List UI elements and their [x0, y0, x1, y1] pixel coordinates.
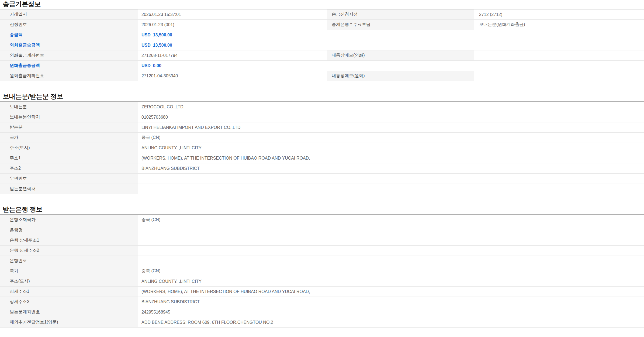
field-value: BIANZHUANG SUBDISTRICT	[138, 297, 644, 307]
table-row: 상세주소2BIANZHUANG SUBDISTRICT	[0, 297, 644, 307]
field-value: USD 13,500.00	[138, 30, 644, 40]
section-receiving-bank-info: 받는은행 정보 은행소재국가중국 (CN)은행명은행 상세주소1은행 상세주소2…	[0, 206, 644, 328]
field-label: 받는분	[0, 122, 138, 133]
table-row: 은행 상세주소1	[0, 235, 644, 246]
field-label: 받는분계좌번호	[0, 307, 138, 317]
field-label: 원화출금송금액	[0, 61, 138, 71]
field-value: (WORKERS, HOME), AT THE INTERSECTION OF …	[138, 287, 644, 297]
field-label: 주소(도시)	[0, 276, 138, 287]
field-value: (WORKERS, HOME), AT THE INTERSECTION OF …	[138, 153, 644, 163]
table-row: 보내는분연락처01025703680	[0, 112, 644, 122]
field-label: 은행 상세주소1	[0, 235, 138, 246]
field-label: 주소1	[0, 153, 138, 163]
field-label: 외화출금계좌번호	[0, 50, 138, 61]
field-value: 보내는분(원화계좌출금)	[474, 20, 644, 30]
table-row: 국가중국 (CN)	[0, 266, 644, 276]
table-row: 외화출금송금액USD 13,500.00	[0, 40, 644, 50]
table-row: 신청번호2026.01.23 (001)중계은행수수료부담보내는분(원화계좌출금…	[0, 20, 644, 30]
sender-recipient-rows: 보내는분ZEROCOOL CO.,LTD.보내는분연락처01025703680받…	[0, 102, 644, 194]
field-value	[474, 50, 644, 61]
field-label: 송금액	[0, 30, 138, 40]
table-row: 주소1(WORKERS, HOME), AT THE INTERSECTION …	[0, 153, 644, 163]
field-value	[138, 256, 644, 266]
field-value	[138, 246, 644, 256]
field-label: 외화출금송금액	[0, 40, 138, 50]
table-row: 송금액USD 13,500.00	[0, 30, 644, 40]
table-row: 원화출금계좌번호271201-04-305940내통장메모(원화)	[0, 71, 644, 81]
field-value: ZEROCOOL CO.,LTD.	[138, 102, 644, 112]
receiving-bank-table: 은행소재국가중국 (CN)은행명은행 상세주소1은행 상세주소2은행번호국가중국…	[0, 214, 644, 328]
table-row: 상세주소1(WORKERS, HOME), AT THE INTERSECTIO…	[0, 287, 644, 297]
field-value	[474, 71, 644, 81]
section-title-receiving-bank: 받는은행 정보	[3, 206, 644, 213]
field-label: 중계은행수수료부담	[327, 20, 474, 30]
field-label: 송금신청지점	[327, 9, 474, 20]
table-row: 받는분계좌번호242955168945	[0, 307, 644, 317]
sender-recipient-table: 보내는분ZEROCOOL CO.,LTD.보내는분연락처01025703680받…	[0, 101, 644, 194]
field-value: 2026.01.23 15:37:01	[138, 9, 327, 20]
field-value: 2026.01.23 (001)	[138, 20, 327, 30]
section-basic-remittance-info: 송금기본정보 거래일시2026.01.23 15:37:01송금신청지점2712…	[0, 1, 644, 81]
table-row: 받는분연락처	[0, 184, 644, 194]
field-value	[138, 184, 644, 194]
field-value: ADD BENE ADDRESS: ROOM 609, 6TH FLOOR,CH…	[138, 317, 644, 328]
field-value: BIANZHUANG SUBDISTRICT	[138, 163, 644, 174]
field-label: 보내는분	[0, 102, 138, 112]
field-value: LINYI HELIANKAI IMPORT AND EXPORT CO.,LT…	[138, 122, 644, 133]
field-value: 중국 (CN)	[138, 215, 644, 225]
field-label: 국가	[0, 266, 138, 276]
field-value: 중국 (CN)	[138, 266, 644, 276]
table-row: 보내는분ZEROCOOL CO.,LTD.	[0, 102, 644, 112]
field-value: USD 0.00	[138, 61, 644, 71]
table-row: 받는분LINYI HELIANKAI IMPORT AND EXPORT CO.…	[0, 122, 644, 133]
table-row: 거래일시2026.01.23 15:37:01송금신청지점2712 (2712)	[0, 9, 644, 20]
table-row: 주소(도시)ANLING COUNTY, ,LINTI CITY	[0, 143, 644, 153]
field-label: 은행명	[0, 225, 138, 235]
field-label: 은행 상세주소2	[0, 246, 138, 256]
remittance-detail-page: 송금기본정보 거래일시2026.01.23 15:37:01송금신청지점2712…	[0, 0, 644, 328]
field-label: 원화출금계좌번호	[0, 71, 138, 81]
table-row: 외화출금계좌번호271268-11-017794내통장메모(외화)	[0, 50, 644, 61]
field-label: 거래일시	[0, 9, 138, 20]
table-row: 주소(도시)ANLING COUNTY, ,LINTI CITY	[0, 276, 644, 287]
field-value	[138, 225, 644, 235]
field-value: USD 13,500.00	[138, 40, 644, 50]
field-label: 국가	[0, 133, 138, 143]
table-row: 은행명	[0, 225, 644, 235]
field-label: 상세주소1	[0, 287, 138, 297]
table-row: 해외추가전달정보1(영문)ADD BENE ADDRESS: ROOM 609,…	[0, 317, 644, 328]
field-value: 2712 (2712)	[474, 9, 644, 20]
table-row: 주소2BIANZHUANG SUBDISTRICT	[0, 163, 644, 174]
field-label: 주소2	[0, 163, 138, 174]
field-label: 내통장메모(원화)	[327, 71, 474, 81]
table-row: 은행소재국가중국 (CN)	[0, 215, 644, 225]
field-label: 보내는분연락처	[0, 112, 138, 122]
field-label: 주소(도시)	[0, 143, 138, 153]
table-row: 국가중국 (CN)	[0, 133, 644, 143]
section-title-sender-recipient: 보내는분/받는분 정보	[3, 93, 644, 100]
field-value	[138, 174, 644, 184]
field-label: 신청번호	[0, 20, 138, 30]
field-value: 242955168945	[138, 307, 644, 317]
table-row: 원화출금송금액USD 0.00	[0, 61, 644, 71]
field-label: 상세주소2	[0, 297, 138, 307]
field-label: 받는분연락처	[0, 184, 138, 194]
field-value	[138, 235, 644, 246]
field-label: 은행번호	[0, 256, 138, 266]
field-value: 271201-04-305940	[138, 71, 327, 81]
field-value: ANLING COUNTY, ,LINTI CITY	[138, 143, 644, 153]
field-value: 271268-11-017794	[138, 50, 327, 61]
table-row: 은행번호	[0, 256, 644, 266]
table-row: 우편번호	[0, 174, 644, 184]
field-label: 은행소재국가	[0, 215, 138, 225]
section-sender-recipient-info: 보내는분/받는분 정보 보내는분ZEROCOOL CO.,LTD.보내는분연락처…	[0, 93, 644, 194]
basic-info-table: 거래일시2026.01.23 15:37:01송금신청지점2712 (2712)…	[0, 9, 644, 81]
field-value: 01025703680	[138, 112, 644, 122]
section-title-basic-info: 송금기본정보	[3, 1, 644, 8]
field-label: 해외추가전달정보1(영문)	[0, 317, 138, 328]
receiving-bank-rows: 은행소재국가중국 (CN)은행명은행 상세주소1은행 상세주소2은행번호국가중국…	[0, 215, 644, 328]
table-row: 은행 상세주소2	[0, 246, 644, 256]
basic-info-rows: 거래일시2026.01.23 15:37:01송금신청지점2712 (2712)…	[0, 9, 644, 81]
field-label: 우편번호	[0, 174, 138, 184]
field-label: 내통장메모(외화)	[327, 50, 474, 61]
